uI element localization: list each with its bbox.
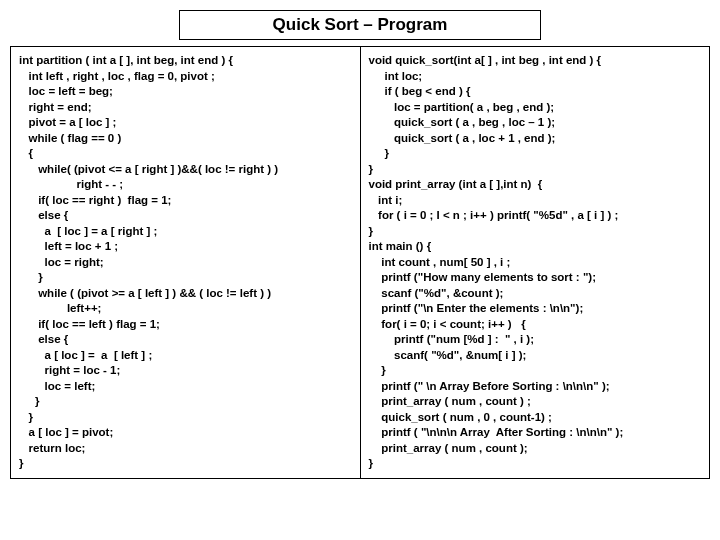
page-title: Quick Sort – Program: [179, 10, 541, 40]
right-code-panel: void quick_sort(int a[ ] , int beg , int…: [360, 46, 711, 479]
code-columns: int partition ( int a [ ], int beg, int …: [10, 46, 710, 479]
left-code-panel: int partition ( int a [ ], int beg, int …: [10, 46, 360, 479]
